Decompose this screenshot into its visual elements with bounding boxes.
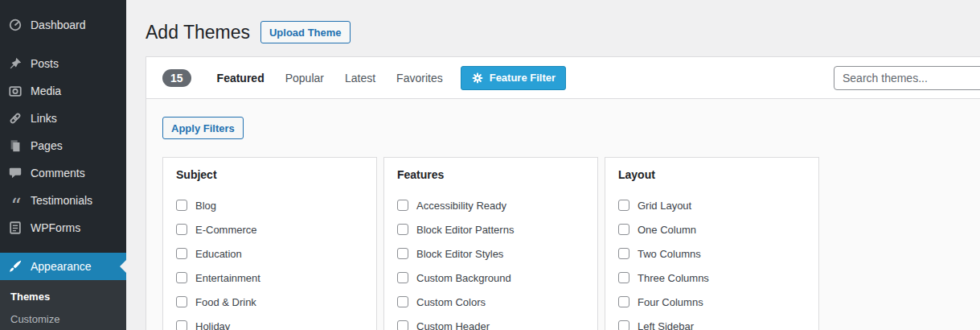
checkbox[interactable] <box>397 272 408 283</box>
appearance-submenu: Themes Customize <box>0 280 126 330</box>
filter-option-holiday[interactable]: Holiday <box>176 319 363 330</box>
filter-option-left-sidebar[interactable]: Left Sidebar <box>618 319 806 330</box>
filter-option-label: Education <box>195 248 242 260</box>
filter-option-label: Block Editor Patterns <box>416 224 514 236</box>
filter-groups: Subject Blog E-Commerce Education <box>162 157 964 330</box>
sidebar-item-label: Posts <box>31 57 59 70</box>
gear-icon <box>471 72 484 85</box>
filter-option-ecommerce[interactable]: E-Commerce <box>176 222 363 237</box>
sidebar-item-label: Media <box>31 85 61 97</box>
search-input[interactable] <box>834 66 980 90</box>
filter-bar: 15 Featured Popular Latest Favorites Fea… <box>146 57 980 98</box>
filter-option-block-editor-patterns[interactable]: Block Editor Patterns <box>397 222 584 237</box>
filter-group-title: Layout <box>618 168 806 181</box>
feature-filter-label: Feature Filter <box>490 72 556 84</box>
filter-group-title: Features <box>397 168 584 181</box>
filter-option-label: Custom Colors <box>416 296 486 308</box>
sidebar-item-label: Testimonials <box>31 194 92 207</box>
sidebar-item-comments[interactable]: Comments <box>0 159 126 187</box>
checkbox[interactable] <box>176 200 187 211</box>
filter-option-label: One Column <box>638 224 696 236</box>
checkbox[interactable] <box>397 320 408 330</box>
camera-icon <box>0 84 31 98</box>
submenu-item-themes[interactable]: Themes <box>0 286 126 308</box>
sidebar-item-testimonials[interactable]: “ Testimonials <box>0 187 126 214</box>
filter-option-entertainment[interactable]: Entertainment <box>176 270 363 285</box>
sidebar-item-links[interactable]: Links <box>0 105 126 132</box>
submenu-item-customize[interactable]: Customize <box>0 308 126 330</box>
sidebar-item-label: Links <box>31 112 57 125</box>
upload-theme-button[interactable]: Upload Theme <box>260 21 351 43</box>
sidebar-item-dashboard[interactable]: Dashboard <box>0 11 126 39</box>
filter-option-one-column[interactable]: One Column <box>618 222 806 237</box>
checkbox[interactable] <box>397 200 408 211</box>
checkbox[interactable] <box>618 200 629 211</box>
checkbox[interactable] <box>618 296 629 307</box>
sidebar-item-posts[interactable]: Posts <box>0 50 126 77</box>
filter-option-three-columns[interactable]: Three Columns <box>618 270 806 285</box>
checkbox[interactable] <box>397 296 408 307</box>
filter-option-custom-header[interactable]: Custom Header <box>397 319 584 330</box>
filter-option-label: Custom Header <box>416 320 490 330</box>
page-header: Add Themes Upload Theme <box>146 21 980 43</box>
filter-option-label: E-Commerce <box>195 224 257 236</box>
filter-option-label: Entertainment <box>195 272 260 284</box>
filter-option-food-drink[interactable]: Food & Drink <box>176 295 363 309</box>
checkbox[interactable] <box>176 320 187 330</box>
checkbox[interactable] <box>618 248 629 259</box>
filter-group-title: Subject <box>176 168 363 181</box>
tab-popular[interactable]: Popular <box>285 72 324 85</box>
filter-option-grid-layout[interactable]: Grid Layout <box>618 198 806 212</box>
filter-option-four-columns[interactable]: Four Columns <box>618 295 806 309</box>
sidebar-item-appearance[interactable]: Appearance <box>0 253 126 280</box>
checkbox[interactable] <box>397 224 408 235</box>
filter-option-label: Left Sidebar <box>638 320 694 330</box>
filter-option-education[interactable]: Education <box>176 246 363 261</box>
checkbox[interactable] <box>618 320 629 330</box>
filter-option-label: Block Editor Styles <box>416 248 503 260</box>
tab-favorites[interactable]: Favorites <box>396 72 443 85</box>
theme-count-badge: 15 <box>162 69 191 87</box>
page-title: Add Themes <box>146 21 250 43</box>
checkbox[interactable] <box>176 272 187 283</box>
filter-option-label: Four Columns <box>638 296 703 308</box>
quote-icon: “ <box>0 196 31 204</box>
filter-option-label: Food & Drink <box>195 296 256 308</box>
sidebar-item-media[interactable]: Media <box>0 77 126 105</box>
theme-filter-card: 15 Featured Popular Latest Favorites Fea… <box>146 56 980 330</box>
pushpin-icon <box>0 56 31 71</box>
filter-group-subject: Subject Blog E-Commerce Education <box>162 157 377 330</box>
main-content: Add Themes Upload Theme 15 Featured Popu… <box>126 0 980 330</box>
sidebar-item-wpforms[interactable]: WPForms <box>0 214 126 241</box>
sidebar-item-label: Dashboard <box>31 19 86 31</box>
checkbox[interactable] <box>618 272 629 283</box>
sidebar-item-label: Pages <box>31 139 63 152</box>
checkbox[interactable] <box>176 248 187 259</box>
tab-latest[interactable]: Latest <box>345 72 375 85</box>
filter-option-two-columns[interactable]: Two Columns <box>618 246 806 261</box>
filter-group-features: Features Accessibility Ready Block Edito… <box>383 157 598 330</box>
sidebar-item-label: Comments <box>31 167 85 179</box>
filter-option-block-editor-styles[interactable]: Block Editor Styles <box>397 246 584 261</box>
filter-option-accessibility-ready[interactable]: Accessibility Ready <box>397 198 584 212</box>
filter-option-label: Accessibility Ready <box>416 200 506 212</box>
filter-tabs: Featured Popular Latest Favorites <box>217 72 443 85</box>
feature-filter-button[interactable]: Feature Filter <box>461 66 566 90</box>
menu-separator <box>0 39 126 50</box>
filter-option-blog[interactable]: Blog <box>176 198 363 212</box>
checkbox[interactable] <box>176 296 187 307</box>
filter-option-label: Holiday <box>195 320 230 330</box>
sidebar-item-label: Appearance <box>31 260 92 273</box>
checkbox[interactable] <box>397 248 408 259</box>
pages-icon <box>0 138 31 153</box>
sidebar-item-label: WPForms <box>31 221 80 234</box>
apply-filters-button[interactable]: Apply Filters <box>162 117 244 139</box>
filter-option-custom-colors[interactable]: Custom Colors <box>397 295 584 309</box>
filter-option-custom-background[interactable]: Custom Background <box>397 270 584 285</box>
form-icon <box>0 221 31 235</box>
filter-option-label: Blog <box>195 200 216 212</box>
sidebar-item-pages[interactable]: Pages <box>0 132 126 159</box>
checkbox[interactable] <box>176 224 187 235</box>
checkbox[interactable] <box>618 224 629 235</box>
tab-featured[interactable]: Featured <box>217 72 264 85</box>
